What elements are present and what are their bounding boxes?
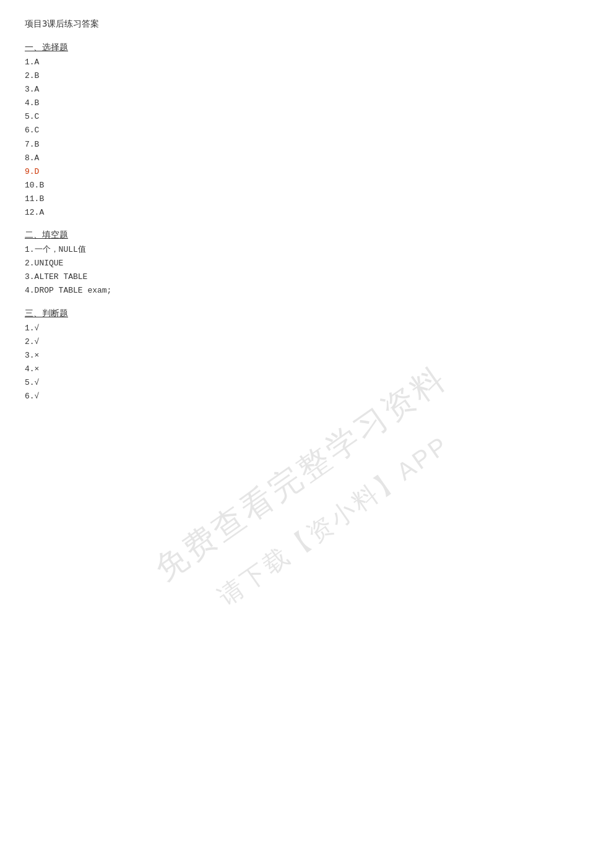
judge-answers: 1.√ 2.√ 3.× 4.× 5.√ 6.√ (25, 322, 589, 404)
list-item: 1.一个，NULL值 (25, 243, 589, 257)
list-item: 6.C (25, 124, 589, 137)
list-item: 1.√ (25, 322, 589, 335)
page-title: 项目3课后练习答案 (25, 19, 589, 30)
list-item: 4.× (25, 363, 589, 376)
judge-section-header: 三、判断题 (25, 308, 589, 319)
list-item: 5.√ (25, 376, 589, 390)
list-item: 2.B (25, 69, 589, 83)
list-item: 3.× (25, 349, 589, 363)
judge-section: 三、判断题 1.√ 2.√ 3.× 4.× 5.√ 6.√ (25, 308, 589, 404)
fill-section-header: 二、填空题 (25, 230, 589, 241)
list-item: 8.A (25, 152, 589, 165)
list-item: 7.B (25, 138, 589, 152)
list-item: 1.A (25, 56, 589, 69)
list-item: 4.DROP TABLE exam; (25, 284, 589, 298)
list-item: 5.C (25, 110, 589, 124)
fill-section: 二、填空题 1.一个，NULL值 2.UNIQUE 3.ALTER TABLE … (25, 230, 589, 298)
list-item: 9.D (25, 165, 589, 179)
list-item: 2.√ (25, 335, 589, 349)
list-item: 11.B (25, 192, 589, 206)
list-item: 12.A (25, 206, 589, 220)
list-item: 2.UNIQUE (25, 257, 589, 270)
choice-answers: 1.A 2.B 3.A 4.B 5.C 6.C 7.B 8.A 9.D 10.B… (25, 56, 589, 220)
list-item: 3.ALTER TABLE (25, 270, 589, 284)
list-item: 10.B (25, 179, 589, 192)
choice-section: 一、选择题 1.A 2.B 3.A 4.B 5.C 6.C 7.B 8.A 9.… (25, 42, 589, 220)
list-item: 4.B (25, 97, 589, 110)
choice-section-header: 一、选择题 (25, 42, 589, 53)
list-item: 6.√ (25, 390, 589, 403)
fill-answers: 1.一个，NULL值 2.UNIQUE 3.ALTER TABLE 4.DROP… (25, 243, 589, 298)
list-item: 3.A (25, 83, 589, 97)
watermark-line2: 请下载【资小料】APP (211, 428, 456, 613)
